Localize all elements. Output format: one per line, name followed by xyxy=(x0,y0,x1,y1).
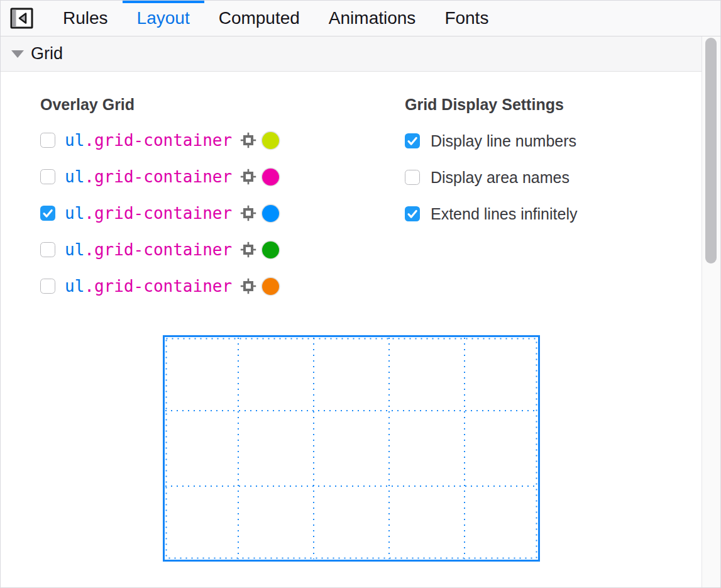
grid-selector-link[interactable]: ul.grid-container xyxy=(65,204,232,223)
grid-selector-link[interactable]: ul.grid-container xyxy=(65,167,232,186)
tab-label: Rules xyxy=(63,8,108,28)
tab-computed[interactable]: Computed xyxy=(204,1,314,36)
grid-highlighter-icon-glyph xyxy=(240,278,256,294)
checkmark-icon xyxy=(405,133,420,148)
grid-outline-preview[interactable] xyxy=(163,335,540,562)
setting-checkbox[interactable] xyxy=(405,133,420,148)
settings-option-row: Display line numbers xyxy=(405,131,577,150)
accordion-title: Grid xyxy=(31,44,63,64)
grid-highlighter-icon[interactable] xyxy=(240,169,256,185)
tab-layout[interactable]: Layout xyxy=(123,1,204,36)
tab-rules[interactable]: Rules xyxy=(48,1,123,36)
grid-overlay-row: ul.grid-container xyxy=(40,277,279,296)
tab-label: Computed xyxy=(219,8,300,28)
grid-highlighter-icon-glyph xyxy=(240,169,256,185)
setting-label[interactable]: Display area names xyxy=(431,169,570,187)
grid-highlighter-icon[interactable] xyxy=(240,278,256,294)
grid-color-swatch[interactable] xyxy=(262,278,279,295)
selector-class: .grid-container xyxy=(84,167,232,186)
grid-highlighter-icon[interactable] xyxy=(240,205,256,221)
devtools-tabbar: RulesLayoutComputedAnimationsFonts xyxy=(1,1,720,36)
grid-overlay-row: ul.grid-container xyxy=(40,240,279,259)
overlay-grid-checkbox[interactable] xyxy=(40,206,55,221)
overlay-grid-checkbox[interactable] xyxy=(40,242,55,257)
grid-overlay-row: ul.grid-container xyxy=(40,131,279,150)
selector-class: .grid-container xyxy=(84,277,232,296)
selector-tag: ul xyxy=(65,167,84,186)
grid-overlay-row: ul.grid-container xyxy=(40,204,279,223)
overlay-grid-checkbox[interactable] xyxy=(40,279,55,294)
panel-tabs: RulesLayoutComputedAnimationsFonts xyxy=(48,1,503,36)
tab-label: Animations xyxy=(329,8,416,28)
selector-tag: ul xyxy=(65,277,84,296)
tab-label: Layout xyxy=(137,8,190,28)
grid-outline-svg xyxy=(163,335,540,562)
grid-highlighter-icon[interactable] xyxy=(240,241,256,258)
overlay-grid-checkbox[interactable] xyxy=(40,169,55,184)
tab-fonts[interactable]: Fonts xyxy=(430,1,503,36)
disclosure-triangle-icon xyxy=(11,50,24,58)
setting-label[interactable]: Extend lines infinitely xyxy=(431,205,577,223)
selector-class: .grid-container xyxy=(84,131,232,150)
tab-animations[interactable]: Animations xyxy=(314,1,431,36)
grid-selector-link[interactable]: ul.grid-container xyxy=(65,277,232,296)
overlay-grid-heading: Overlay Grid xyxy=(40,96,135,114)
setting-checkbox[interactable] xyxy=(405,170,420,185)
settings-option-row: Extend lines infinitely xyxy=(405,204,577,223)
selector-class: .grid-container xyxy=(84,240,232,259)
grid-color-swatch[interactable] xyxy=(262,205,279,222)
grid-color-swatch[interactable] xyxy=(262,169,279,186)
selector-tag: ul xyxy=(65,240,84,259)
overlay-grid-checkbox[interactable] xyxy=(40,133,55,148)
grid-color-swatch[interactable] xyxy=(262,241,279,258)
settings-option-row: Display area names xyxy=(405,168,577,187)
scrollbar-thumb[interactable] xyxy=(705,38,717,263)
grid-selector-link[interactable]: ul.grid-container xyxy=(65,131,232,150)
sidebar-toggle-icon xyxy=(10,8,33,29)
checkmark-icon xyxy=(405,206,420,221)
grid-highlighter-icon-glyph xyxy=(240,205,256,221)
setting-checkbox[interactable] xyxy=(405,206,420,221)
selector-tag: ul xyxy=(65,204,84,223)
grid-display-settings-list: Display line numbersDisplay area namesEx… xyxy=(405,131,577,241)
selector-tag: ul xyxy=(65,131,84,150)
tab-label: Fonts xyxy=(444,8,488,28)
selector-class: .grid-container xyxy=(84,204,232,223)
overlay-grid-list: ul.grid-containerul.grid-containerul.gri… xyxy=(40,131,279,313)
grid-selector-link[interactable]: ul.grid-container xyxy=(65,240,232,259)
grid-display-settings-heading: Grid Display Settings xyxy=(405,96,564,114)
checkmark-icon xyxy=(40,206,55,221)
grid-accordion-header[interactable]: Grid xyxy=(1,36,702,72)
grid-highlighter-icon-glyph xyxy=(240,132,256,148)
grid-highlighter-icon[interactable] xyxy=(240,132,256,148)
sidebar-toggle-button[interactable] xyxy=(6,1,37,36)
setting-label[interactable]: Display line numbers xyxy=(431,132,576,150)
scrollbar-track[interactable] xyxy=(702,36,720,587)
devtools-layout-panel: RulesLayoutComputedAnimationsFonts Grid … xyxy=(0,0,721,588)
grid-highlighter-icon-glyph xyxy=(240,241,256,258)
grid-color-swatch[interactable] xyxy=(262,132,279,149)
grid-overlay-row: ul.grid-container xyxy=(40,167,279,186)
